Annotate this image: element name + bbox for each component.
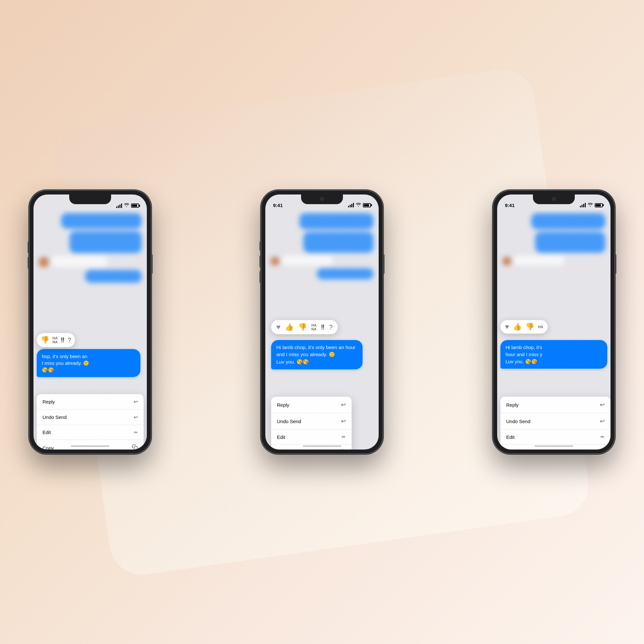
notch-center	[301, 194, 343, 204]
phones-container: 9:41	[0, 0, 644, 644]
context-menu-left[interactable]: Reply ↩ Undo Send ↩ Edit ✏ Copy	[37, 394, 144, 450]
home-indicator-right	[535, 445, 573, 447]
dislike-reaction[interactable]: 👎	[41, 336, 49, 344]
heart-reaction-center[interactable]: ♥	[276, 324, 280, 331]
svg-rect-0	[134, 447, 137, 450]
undo-icon-center: ↩	[341, 418, 346, 425]
copy-icon-center	[340, 449, 346, 450]
message-text-center: Hi lamb chop, it's only been an hour and…	[276, 345, 355, 365]
edit-item-center[interactable]: Edit ✏	[271, 430, 352, 445]
vol-down-button[interactable]	[260, 271, 261, 283]
status-icons	[116, 203, 139, 208]
phone-right-screen: 9:41	[497, 194, 611, 450]
message-text-right: Hi lamb chop, it'shour and I miss yLuv y…	[506, 345, 542, 364]
copy-icon-right	[599, 449, 605, 450]
undo-send-menu-item[interactable]: Undo Send ↩	[37, 410, 144, 425]
context-menu-right[interactable]: Reply ↩ Undo Send ↩ Edit ✏ Copy	[500, 397, 611, 450]
haha-reaction[interactable]: HANA	[52, 336, 58, 344]
battery-icon-right	[595, 203, 603, 207]
phone-center-screen: 9:41	[265, 194, 379, 450]
undo-icon: ↩	[134, 414, 138, 420]
messages-bg-right	[497, 210, 611, 326]
context-menu-center[interactable]: Reply ↩ Undo Send ↩ Edit ✏ Copy	[271, 397, 352, 450]
battery-icon	[131, 204, 139, 208]
exclaim-reaction[interactable]: ‼	[61, 336, 64, 344]
edit-icon-center: ✏	[342, 434, 346, 440]
silent-button[interactable]	[260, 241, 261, 251]
question-reaction-center[interactable]: ?	[329, 324, 333, 330]
reply-icon-center: ↩	[341, 401, 346, 408]
edit-menu-item[interactable]: Edit ✏	[37, 425, 144, 440]
signal-bars-right	[580, 203, 586, 207]
like-reaction-center[interactable]: 👍	[285, 324, 294, 331]
phone-right: 9:41	[493, 190, 615, 454]
wifi-icon-right	[588, 202, 593, 208]
dislike-reaction-right[interactable]: 👎	[526, 323, 534, 330]
volume-down-button[interactable]	[28, 257, 29, 269]
reaction-picker-right[interactable]: ♥ 👍 👎 HA	[500, 320, 548, 334]
wifi-icon-center	[356, 202, 361, 208]
wifi-icon	[124, 203, 129, 208]
edit-icon: ✏	[134, 430, 138, 435]
reply-item-right[interactable]: Reply ↩	[500, 397, 611, 413]
messages-bg-left	[33, 210, 147, 332]
power-button-center[interactable]	[383, 254, 384, 274]
front-camera	[320, 197, 324, 201]
reply-icon-right: ↩	[600, 401, 605, 408]
front-camera-right	[552, 197, 556, 201]
message-bubble-right: Hi lamb chop, it'shour and I miss yLuv y…	[500, 340, 607, 369]
undo-send-item-center[interactable]: Undo Send ↩	[271, 413, 352, 430]
phone-center: 9:41	[261, 190, 383, 454]
phone-left-screen: 9:41	[33, 194, 147, 450]
question-reaction[interactable]: ?	[68, 337, 71, 343]
notch	[69, 194, 111, 204]
message-bubble-center: Hi lamb chop, it's only been an hour and…	[271, 340, 363, 369]
vol-up-button[interactable]	[260, 256, 261, 267]
message-bubble-left: hop, it's only been anI miss you already…	[37, 349, 140, 377]
exclaim-reaction-center[interactable]: ‼	[321, 324, 325, 331]
undo-send-item-right[interactable]: Undo Send ↩	[500, 413, 611, 430]
home-indicator	[71, 445, 109, 447]
messages-bg-center	[265, 210, 379, 326]
volume-up-button[interactable]	[28, 241, 29, 253]
haha-reaction-right[interactable]: HA	[538, 325, 543, 329]
phone-left: 9:41	[29, 190, 151, 454]
undo-icon-right: ↩	[600, 418, 605, 425]
battery-icon-center	[363, 203, 371, 207]
reaction-picker-left[interactable]: 👎 HANA ‼ ?	[37, 333, 75, 347]
like-reaction-right[interactable]: 👍	[513, 323, 522, 330]
message-text-left: hop, it's only been anI miss you already…	[42, 354, 89, 373]
dislike-reaction-center[interactable]: 👎	[298, 324, 307, 331]
copy-icon	[132, 444, 138, 450]
signal-bars	[116, 204, 122, 208]
edit-icon-right: ✏	[601, 434, 605, 440]
power-button-right[interactable]	[615, 254, 616, 274]
signal-bars-center	[348, 203, 354, 207]
copy-menu-item[interactable]: Copy	[37, 440, 144, 450]
notch-right	[533, 194, 575, 204]
status-icons-center	[348, 202, 371, 208]
power-button[interactable]	[151, 254, 153, 274]
home-indicator-center	[303, 445, 341, 447]
status-icons-right	[580, 202, 603, 208]
haha-reaction-center[interactable]: HANA	[311, 323, 317, 331]
heart-reaction-right[interactable]: ♥	[505, 323, 509, 330]
edit-item-right[interactable]: Edit ✏	[500, 430, 611, 445]
reply-item-center[interactable]: Reply ↩	[271, 397, 352, 413]
reply-icon: ↩	[134, 399, 138, 405]
reaction-picker-center[interactable]: ♥ 👍 👎 HANA ‼ ?	[271, 320, 338, 334]
reply-menu-item[interactable]: Reply ↩	[37, 394, 144, 410]
